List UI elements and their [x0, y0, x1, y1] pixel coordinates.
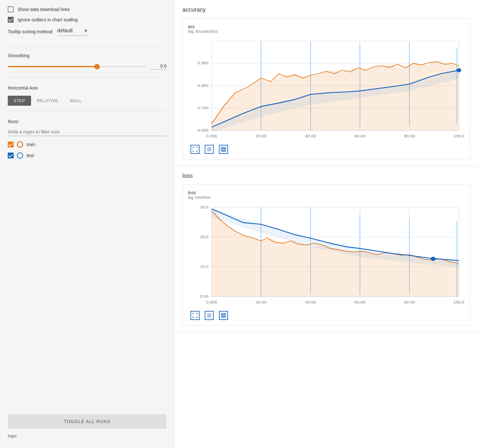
- smoothing-label: Smoothing: [8, 53, 167, 58]
- svg-text:20.00: 20.00: [255, 300, 266, 304]
- svg-text:60.00: 60.00: [354, 134, 365, 138]
- run-train-label: train: [27, 142, 35, 147]
- svg-text:30.0: 30.0: [200, 205, 208, 209]
- svg-point-16: [456, 68, 461, 72]
- run-train-circle: [17, 141, 23, 148]
- left-panel: Show data download links Ignore outliers…: [0, 0, 175, 448]
- right-panel: accuracy acc tag: accuracy/acc: [175, 0, 478, 448]
- svg-point-47: [431, 257, 436, 261]
- loss-chart-title: loss: [188, 190, 465, 195]
- loss-chart-card: loss tag: loss/loss: [182, 185, 470, 325]
- loss-menu-icon[interactable]: [205, 311, 214, 320]
- relative-button[interactable]: RELATIVE: [31, 96, 64, 106]
- tooltip-select[interactable]: default ▾: [57, 27, 87, 36]
- smoothing-section: Smoothing 0.6: [8, 53, 167, 72]
- loss-chart-svg: 30.0 20.0 10.0 0.00 0.000 20.00 40.00 60…: [188, 204, 465, 307]
- smoothing-row: 0.6: [8, 63, 167, 69]
- run-item-train: train: [8, 141, 167, 148]
- run-item-test: test: [8, 152, 167, 159]
- step-button[interactable]: STEP: [8, 96, 31, 106]
- show-download-row: Show data download links: [8, 6, 167, 12]
- svg-text:0.000: 0.000: [206, 300, 217, 304]
- divider-2: [8, 77, 167, 78]
- h-axis-buttons: STEP RELATIVE WALL: [8, 96, 167, 106]
- svg-text:60.00: 60.00: [354, 300, 365, 304]
- loss-expand-icon[interactable]: [190, 311, 200, 320]
- svg-text:80.00: 80.00: [404, 300, 415, 304]
- loss-header: loss: [182, 173, 470, 179]
- loss-fit-icon[interactable]: [219, 311, 228, 320]
- show-download-label: Show data download links: [17, 7, 70, 12]
- divider-3: [8, 111, 167, 111]
- acc-chart-title: acc: [188, 24, 465, 29]
- h-axis-label: Horizontal Axis: [8, 85, 167, 91]
- acc-fit-icon[interactable]: [219, 145, 228, 154]
- loss-chart-container: 30.0 20.0 10.0 0.00 0.000 20.00 40.00 60…: [188, 204, 465, 307]
- acc-menu-icon[interactable]: [205, 145, 214, 154]
- svg-text:0.800: 0.800: [198, 83, 209, 88]
- acc-chart-tag: tag: accuracy/acc: [188, 29, 465, 34]
- divider-1: [8, 48, 167, 48]
- run-train-checkbox[interactable]: [8, 142, 14, 147]
- svg-text:10.0: 10.0: [200, 265, 208, 269]
- acc-expand-icon[interactable]: [190, 145, 200, 154]
- loss-section: loss loss tag: loss/loss: [175, 166, 478, 332]
- show-download-checkbox[interactable]: [8, 6, 14, 12]
- svg-text:20.0: 20.0: [200, 235, 208, 239]
- ignore-outliers-label: Ignore outliers in chart scaling: [17, 17, 78, 22]
- svg-text:0.600: 0.600: [198, 128, 209, 133]
- acc-chart-svg: 0.900 0.800 0.700 0.600 0.000 20.00 40.0…: [188, 37, 465, 141]
- svg-text:80.00: 80.00: [404, 134, 415, 138]
- smoothing-slider[interactable]: [8, 66, 145, 67]
- runs-label: Runs: [8, 119, 167, 124]
- runs-section: Runs train test: [8, 119, 167, 163]
- ignore-outliers-checkbox[interactable]: [8, 17, 14, 23]
- runs-filter-input[interactable]: [8, 129, 167, 136]
- wall-button[interactable]: WALL: [64, 96, 88, 106]
- run-test-circle: [17, 152, 23, 159]
- runs-filter: [8, 129, 167, 136]
- dropdown-arrow-icon: ▾: [84, 27, 87, 34]
- svg-text:0.00: 0.00: [200, 294, 208, 299]
- run-test-label: test: [27, 153, 34, 158]
- svg-text:0.000: 0.000: [206, 134, 217, 138]
- acc-chart-icons: [188, 145, 465, 154]
- tooltip-row: Tooltip sorting method: default ▾: [8, 27, 167, 36]
- svg-rect-61: [221, 313, 226, 318]
- svg-text:40.00: 40.00: [305, 300, 316, 304]
- loss-chart-icons: [188, 311, 465, 320]
- svg-text:100.0: 100.0: [453, 300, 464, 304]
- tooltip-label: Tooltip sorting method:: [8, 29, 53, 34]
- svg-text:0.900: 0.900: [198, 61, 209, 65]
- acc-chart-container: 0.900 0.800 0.700 0.600 0.000 20.00 40.0…: [188, 37, 465, 141]
- slider-fill: [8, 66, 97, 67]
- slider-thumb: [94, 64, 100, 69]
- accuracy-header: accuracy: [182, 6, 470, 13]
- svg-text:40.00: 40.00: [305, 134, 316, 138]
- h-axis-section: Horizontal Axis STEP RELATIVE WALL: [8, 85, 167, 106]
- tooltip-value: default: [57, 28, 83, 34]
- accuracy-section: accuracy acc tag: accuracy/acc: [175, 0, 478, 166]
- run-test-checkbox[interactable]: [8, 153, 14, 158]
- svg-text:100.0: 100.0: [453, 134, 464, 138]
- smoothing-value[interactable]: 0.6: [150, 63, 167, 69]
- svg-text:20.00: 20.00: [255, 134, 266, 138]
- svg-text:0.700: 0.700: [198, 106, 209, 110]
- loss-chart-tag: tag: loss/loss: [188, 195, 465, 200]
- toggle-all-button[interactable]: TOGGLE ALL RUNS: [8, 414, 167, 429]
- acc-chart-card: acc tag: accuracy/acc: [182, 18, 470, 159]
- ignore-outliers-row: Ignore outliers in chart scaling: [8, 17, 167, 23]
- svg-rect-30: [221, 147, 226, 152]
- logs-path: logs/: [8, 433, 16, 438]
